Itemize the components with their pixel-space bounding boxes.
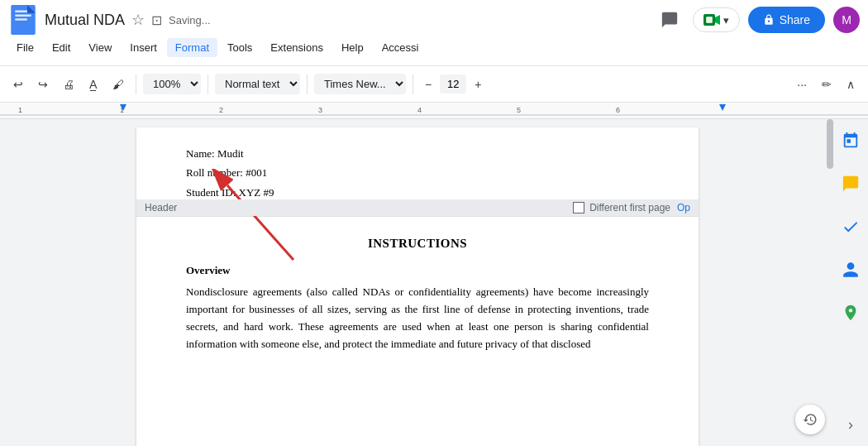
title-row: Mutual NDA ☆ ⊡ Saving... ▾ Sha: [8, 5, 860, 35]
title-left: Mutual NDA ☆ ⊡ Saving...: [8, 5, 211, 35]
menu-tools[interactable]: Tools: [219, 38, 260, 57]
spell-check-button[interactable]: A̲: [84, 74, 103, 94]
scroll-thumb[interactable]: [827, 119, 833, 169]
more-toolbar-button[interactable]: ···: [792, 74, 812, 94]
side-panel: ›: [833, 119, 868, 446]
font-select[interactable]: Times New...: [314, 74, 406, 94]
separator: [136, 74, 136, 94]
paragraph-style-select[interactable]: Normal text: [215, 74, 300, 94]
ruler-inner: 1 1 2 3 4 5 6: [0, 103, 868, 118]
redo-button[interactable]: ↪: [33, 74, 53, 94]
header-options: Different first page Op: [573, 202, 690, 213]
meet-icon: [703, 13, 720, 26]
left-margin-indicator: [12, 119, 19, 446]
section-overview-title: Overview: [186, 264, 649, 277]
docs-icon: [8, 5, 38, 35]
lock-icon: [763, 14, 775, 26]
star-icon[interactable]: ☆: [131, 11, 145, 29]
paint-format-button[interactable]: 🖌: [107, 74, 129, 94]
diff-first-checkbox[interactable]: [573, 202, 584, 213]
menu-accessibility[interactable]: Accessi: [374, 38, 427, 57]
slides-icon[interactable]: ⊡: [151, 12, 162, 28]
floating-action-button[interactable]: [795, 405, 825, 434]
scroll-track[interactable]: [827, 119, 833, 446]
section-overview-para: Nondisclosure agreements (also called ND…: [186, 284, 649, 352]
doc-area: Name: Mudit Roll number: #001 Student ID…: [0, 119, 868, 446]
header-section: Name: Mudit Roll number: #001 Student ID…: [136, 127, 699, 217]
meet-button[interactable]: ▾: [693, 7, 740, 32]
header-line2: Roll number: #001: [186, 163, 649, 182]
document-main-title: INSTRUCTIONS: [186, 237, 649, 251]
increase-font-size[interactable]: +: [470, 74, 486, 94]
separator2: [207, 74, 208, 94]
header-text: Name: Mudit Roll number: #001 Student ID…: [186, 144, 649, 202]
menu-insert[interactable]: Insert: [122, 38, 165, 57]
different-first-page-option: Different first page: [573, 202, 670, 213]
svg-text:4: 4: [417, 106, 422, 114]
font-size-input[interactable]: [440, 74, 466, 94]
separator3: [307, 74, 308, 94]
document-title: Mutual NDA: [45, 12, 125, 29]
menu-help[interactable]: Help: [333, 38, 372, 57]
header-options-link[interactable]: Op: [677, 202, 690, 213]
top-bar: Mutual NDA ☆ ⊡ Saving... ▾ Sha: [0, 0, 868, 66]
sidebar-expand-icon[interactable]: ›: [836, 410, 866, 439]
header-label: Header: [145, 202, 177, 213]
share-label: Share: [780, 13, 810, 26]
toolbar-right: ··· ✏ ∧: [792, 74, 860, 94]
share-button[interactable]: Share: [748, 7, 825, 33]
font-size-area: − +: [420, 74, 486, 94]
meet-label: ▾: [723, 14, 729, 26]
zoom-select[interactable]: 100%: [143, 74, 201, 94]
menu-file[interactable]: File: [8, 38, 42, 57]
print-button[interactable]: 🖨: [58, 74, 79, 94]
document-page: Name: Mudit Roll number: #001 Student ID…: [136, 127, 699, 446]
sidebar-people-icon[interactable]: [836, 255, 866, 285]
svg-rect-8: [707, 18, 711, 22]
menu-edit[interactable]: Edit: [44, 38, 79, 57]
decrease-font-size[interactable]: −: [420, 74, 436, 94]
svg-rect-2: [15, 14, 31, 16]
ruler: 1 1 2 3 4 5 6: [0, 103, 868, 119]
header-line1: Name: Mudit: [186, 144, 649, 163]
svg-rect-3: [15, 18, 27, 20]
floating-action-icon: [803, 412, 818, 427]
svg-text:1: 1: [18, 106, 22, 114]
title-right: ▾ Share M: [655, 5, 860, 35]
toolbar-chevron-up[interactable]: ∧: [842, 74, 860, 94]
page-wrapper: Name: Mudit Roll number: #001 Student ID…: [0, 119, 868, 446]
svg-text:2: 2: [219, 106, 223, 114]
menu-format[interactable]: Format: [167, 38, 217, 57]
saving-status: Saving...: [169, 14, 211, 26]
edit-pencil-button[interactable]: ✏: [817, 74, 837, 94]
ruler-svg: 1 1 2 3 4 5 6: [0, 103, 868, 119]
header-label-bar: Header Different first page Op: [136, 199, 699, 216]
svg-text:3: 3: [318, 106, 322, 114]
toolbar: ↩ ↪ 🖨 A̲ 🖌 100% Normal text Times New...…: [0, 66, 868, 103]
diff-first-label: Different first page: [589, 202, 670, 213]
svg-marker-18: [719, 104, 726, 111]
comment-button[interactable]: [655, 5, 684, 35]
svg-marker-6: [715, 15, 720, 25]
document-content: INSTRUCTIONS Overview Nondisclosure agre…: [136, 217, 699, 372]
sidebar-tasks-icon[interactable]: [836, 212, 866, 242]
sidebar-calendar-icon[interactable]: [836, 126, 866, 156]
menu-bar: File Edit View Insert Format Tools Exten…: [8, 38, 860, 57]
menu-view[interactable]: View: [80, 38, 120, 57]
separator4: [413, 74, 413, 94]
svg-text:6: 6: [616, 106, 620, 114]
menu-extensions[interactable]: Extensions: [262, 38, 331, 57]
avatar[interactable]: M: [833, 7, 860, 33]
sidebar-notes-icon[interactable]: [836, 169, 866, 199]
undo-button[interactable]: ↩: [8, 74, 28, 94]
sidebar-maps-icon[interactable]: [836, 298, 866, 328]
svg-text:5: 5: [517, 106, 521, 114]
